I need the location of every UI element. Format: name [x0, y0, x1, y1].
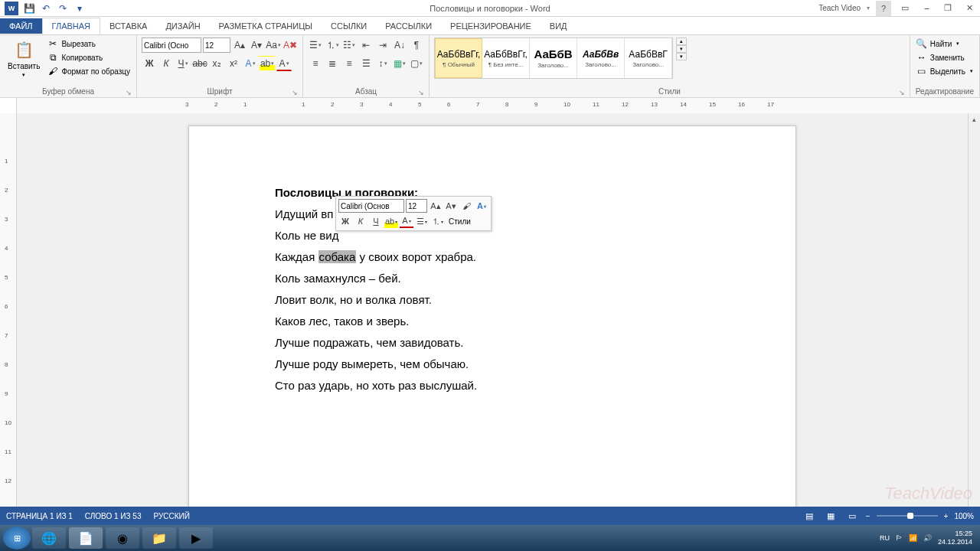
zoom-level[interactable]: 100%	[954, 512, 974, 520]
styles-more-icon[interactable]: ▾	[676, 53, 687, 60]
styles-up-icon[interactable]: ▴	[676, 37, 687, 45]
mini-underline-button[interactable]: Ч	[369, 214, 383, 228]
align-left-button[interactable]: ≡	[308, 56, 323, 71]
align-right-button[interactable]: ≡	[341, 56, 357, 71]
borders-button[interactable]: ▢	[409, 56, 424, 71]
paragraph-launcher-icon[interactable]: ↘	[418, 89, 424, 96]
font-name-select[interactable]	[142, 37, 201, 53]
mini-numbering-button[interactable]: ⒈	[430, 214, 444, 228]
zoom-out-button[interactable]: −	[866, 512, 871, 520]
minimize-button[interactable]: ‒	[916, 0, 937, 17]
taskbar-chrome[interactable]: ◉	[106, 527, 139, 549]
find-button[interactable]: 🔍Найти▾	[915, 37, 962, 50]
tab-file[interactable]: ФАЙЛ	[0, 18, 42, 34]
font-color-button[interactable]: A	[276, 56, 292, 71]
paste-button[interactable]: 📋 Вставить ▾	[5, 37, 43, 80]
tab-mailings[interactable]: РАССЫЛКИ	[376, 18, 441, 34]
taskbar-word[interactable]: 📄	[69, 527, 103, 549]
redo-icon[interactable]: ↷	[57, 2, 69, 15]
view-read-button[interactable]: ▤	[802, 510, 817, 522]
multilevel-button[interactable]: ☷	[341, 37, 357, 53]
mini-text-effects-button[interactable]: A	[475, 199, 488, 213]
mini-font-color-button[interactable]: A	[400, 214, 413, 228]
font-launcher-icon[interactable]: ↘	[292, 89, 298, 96]
underline-button[interactable]: Ч	[175, 56, 191, 71]
status-words[interactable]: СЛОВО 1 ИЗ 53	[85, 512, 142, 520]
view-web-button[interactable]: ▭	[844, 510, 860, 522]
undo-icon[interactable]: ↶	[40, 2, 52, 15]
save-icon[interactable]: 💾	[23, 2, 35, 15]
tray-volume-icon[interactable]: 🔊	[923, 534, 932, 542]
numbering-button[interactable]: ⒈	[325, 37, 340, 53]
decrease-indent-button[interactable]: ⇤	[358, 37, 374, 53]
sort-button[interactable]: A↓	[392, 37, 407, 53]
zoom-in-button[interactable]: +	[944, 512, 949, 520]
tray-flag-icon[interactable]: 🏳	[896, 534, 903, 542]
close-button[interactable]: ✕	[959, 0, 980, 17]
mini-styles-button[interactable]: Стили	[446, 217, 474, 226]
bullets-button[interactable]: ☰	[308, 37, 323, 53]
style-item-0[interactable]: АаБбВвГг,¶ Обычный	[435, 38, 482, 78]
style-item-3[interactable]: АаБбВвЗаголово...	[577, 38, 625, 78]
styles-down-icon[interactable]: ▾	[676, 45, 687, 53]
tab-design[interactable]: ДИЗАЙН	[156, 18, 209, 34]
taskbar-media[interactable]: ▶	[179, 527, 213, 549]
superscript-button[interactable]: x²	[226, 56, 241, 71]
scroll-up-icon[interactable]: ▴	[969, 113, 980, 126]
justify-button[interactable]: ☰	[358, 56, 374, 71]
select-button[interactable]: ▭Выделить▾	[915, 65, 975, 77]
change-case-button[interactable]: Aa	[266, 37, 281, 53]
shading-button[interactable]: ▦	[392, 56, 407, 71]
start-button[interactable]: ⊞	[3, 527, 31, 549]
tab-home[interactable]: ГЛАВНАЯ	[42, 18, 100, 34]
shrink-font-button[interactable]: A▾	[249, 37, 264, 53]
zoom-slider[interactable]	[877, 515, 938, 517]
ruler-horizontal[interactable]: 3211234567891011121314151617	[0, 98, 980, 113]
strike-button[interactable]: abc	[192, 56, 207, 71]
mini-size-select[interactable]	[406, 199, 427, 213]
vertical-scrollbar[interactable]: ▴	[968, 113, 980, 507]
line-spacing-button[interactable]: ↕	[375, 56, 390, 71]
show-marks-button[interactable]: ¶	[409, 37, 424, 53]
mini-bold-button[interactable]: Ж	[338, 214, 352, 228]
format-painter-button[interactable]: 🖌Формат по образцу	[46, 65, 132, 77]
italic-button[interactable]: К	[158, 56, 174, 71]
style-item-1[interactable]: АаБбВвГг,¶ Без инте...	[482, 38, 530, 78]
tab-view[interactable]: ВИД	[541, 18, 577, 34]
mini-shrink-font-button[interactable]: A▾	[444, 199, 458, 213]
grow-font-button[interactable]: A▴	[232, 37, 247, 53]
cut-button[interactable]: ✂Вырезать	[46, 37, 132, 50]
highlight-button[interactable]: ab	[260, 56, 275, 71]
tab-references[interactable]: ССЫЛКИ	[322, 18, 376, 34]
view-print-button[interactable]: ▦	[823, 510, 838, 522]
selected-text[interactable]: собака	[318, 250, 357, 263]
tray-clock[interactable]: 15:25 24.12.2014	[938, 530, 977, 546]
tab-review[interactable]: РЕЦЕНЗИРОВАНИЕ	[441, 18, 541, 34]
mini-grow-font-button[interactable]: A▴	[429, 199, 443, 213]
tray-lang[interactable]: RU	[880, 534, 890, 542]
qat-more-icon[interactable]: ▾	[74, 2, 86, 15]
taskbar-explorer[interactable]: 📁	[142, 527, 176, 549]
subscript-button[interactable]: x₂	[209, 56, 224, 71]
document-page[interactable]: Пословицы и поговорки: Идущий вп Коль не…	[188, 126, 796, 507]
clear-formatting-button[interactable]: A✖	[283, 37, 298, 53]
styles-launcher-icon[interactable]: ↘	[899, 89, 905, 96]
ruler-vertical[interactable]: 12345678910111213	[0, 113, 17, 507]
mini-format-painter-button[interactable]: 🖌	[459, 199, 473, 213]
status-language[interactable]: РУССКИЙ	[153, 512, 189, 520]
mini-highlight-button[interactable]: ab	[384, 214, 398, 228]
help-button[interactable]: ?	[873, 0, 894, 17]
clipboard-launcher-icon[interactable]: ↘	[126, 89, 132, 96]
copy-button[interactable]: ⧉Копировать	[46, 51, 132, 64]
font-size-select[interactable]	[203, 37, 230, 53]
mini-font-select[interactable]	[338, 199, 404, 213]
taskbar-ie[interactable]: 🌐	[32, 527, 66, 549]
mini-bullets-button[interactable]: ☰	[415, 214, 429, 228]
align-center-button[interactable]: ≣	[325, 56, 340, 71]
bold-button[interactable]: Ж	[142, 56, 157, 71]
style-item-2[interactable]: АаБбВЗаголово...	[530, 38, 577, 78]
status-page[interactable]: СТРАНИЦА 1 ИЗ 1	[6, 512, 73, 520]
tab-page-layout[interactable]: РАЗМЕТКА СТРАНИЦЫ	[210, 18, 322, 34]
mini-italic-button[interactable]: К	[354, 214, 368, 228]
restore-button[interactable]: ❐	[937, 0, 959, 17]
